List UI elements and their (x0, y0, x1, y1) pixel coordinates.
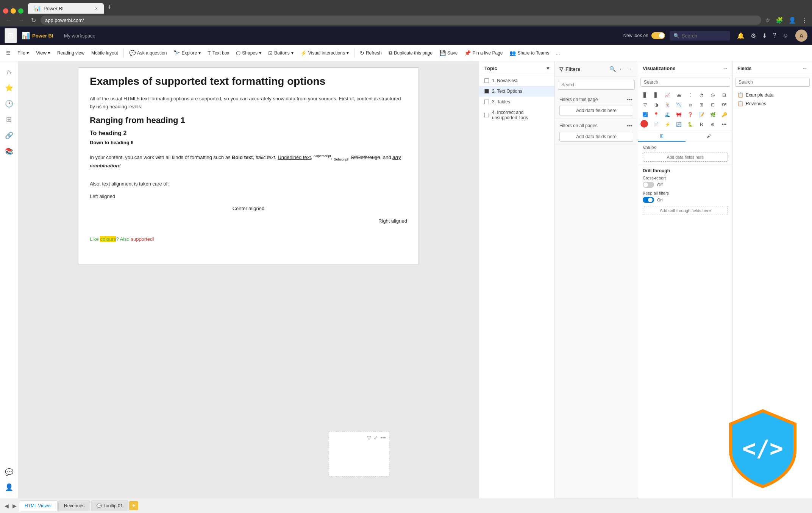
viz-table-btn[interactable]: ⊞ (697, 100, 706, 109)
filter-search-input[interactable] (558, 80, 635, 90)
viz-area-chart-btn[interactable]: ⛰ (675, 90, 684, 100)
sidebar-favorite-btn[interactable]: ⭐ (2, 80, 17, 95)
viz-r-btn[interactable]: R (697, 120, 706, 129)
share-teams-btn[interactable]: 👥 Share to Teams (506, 48, 552, 58)
topic-collapse-btn[interactable]: ▾ (547, 65, 549, 71)
viz-paginated-btn[interactable]: 📄 (652, 120, 661, 129)
explore-btn[interactable]: 🔭 Explore ▾ (170, 48, 204, 58)
viz-custom1-btn[interactable]: ⊕ (708, 120, 717, 129)
filters-search-btn[interactable]: 🔍 (609, 65, 617, 73)
filter-search-box[interactable] (558, 80, 635, 90)
save-btn[interactable]: 💾 Save (436, 48, 461, 58)
add-drill-fields-btn[interactable]: Add drill-through fields here (643, 206, 728, 215)
viz-expand-btn[interactable]: → (723, 65, 728, 71)
fields-item-1[interactable]: 📋 Revenues (733, 99, 812, 108)
sidebar-learn-btn[interactable]: 📚 (2, 144, 17, 159)
back-btn[interactable]: ← (3, 15, 14, 25)
filters-all-pages-more[interactable]: ••• (626, 122, 633, 129)
forward-btn[interactable]: → (16, 15, 27, 25)
more-visual-icon[interactable]: ••• (380, 435, 386, 441)
prev-page-btn[interactable]: ◀ (3, 501, 10, 510)
shapes-btn[interactable]: ⬡ Shapes ▾ (233, 48, 264, 58)
topic-item-2[interactable]: 2. Text Options (479, 86, 554, 97)
fields-expand-btn[interactable]: ← (802, 65, 807, 71)
viz-more-btn[interactable]: ••• (720, 120, 729, 129)
viz-tab-build[interactable]: ⊞ (638, 131, 686, 142)
viz-treemap-btn[interactable]: ⊟ (720, 90, 729, 100)
focus-visual-icon[interactable]: ⤢ (373, 435, 378, 441)
sidebar-recent-btn[interactable]: 🕐 (2, 96, 17, 111)
viz-donut-btn[interactable]: ◎ (708, 90, 717, 100)
tab-close-btn[interactable]: × (95, 6, 98, 11)
fields-item-0[interactable]: 📋 Example data (733, 90, 812, 99)
add-page-btn[interactable]: + (129, 501, 138, 510)
topic-item-4[interactable]: 4. Incorrect and unsupported Tags (479, 107, 554, 123)
keep-filters-toggle[interactable] (643, 197, 654, 203)
sidebar-shared-btn[interactable]: 🔗 (2, 128, 17, 143)
settings-btn[interactable]: ⚙ (748, 30, 758, 42)
viz-azure-map-btn[interactable]: 📍 (652, 110, 661, 119)
viz-qna-btn[interactable]: ❓ (686, 110, 695, 119)
notifications-btn[interactable]: 🔔 (735, 30, 747, 42)
viz-decomp-btn[interactable]: 🌿 (708, 110, 717, 119)
viz-filled-map-btn[interactable]: 🗾 (640, 110, 650, 119)
viz-python-btn[interactable]: 🐍 (686, 120, 695, 129)
filters-collapse-left[interactable]: ← (618, 65, 625, 73)
mobile-layout-btn[interactable]: Mobile layout (88, 48, 121, 58)
viz-card-btn[interactable]: 🃏 (663, 100, 672, 109)
sidebar-user-btn[interactable]: 👤 (2, 480, 17, 495)
sidebar-workspaces-btn[interactable]: 💬 (2, 465, 17, 480)
viz-matrix-btn[interactable]: ⊡ (708, 100, 717, 109)
new-look-switch[interactable] (651, 32, 665, 39)
cross-report-toggle[interactable] (643, 182, 654, 188)
settings-nav-btn[interactable]: ⋮ (800, 15, 809, 25)
sidebar-home-btn[interactable]: ⌂ (2, 64, 17, 80)
viz-search-box[interactable] (640, 78, 730, 87)
next-page-btn[interactable]: ▶ (11, 501, 18, 510)
address-bar[interactable] (41, 16, 761, 25)
viz-smart-narr-btn[interactable]: 📝 (697, 110, 706, 119)
viz-column-chart-btn[interactable]: ▋ (652, 90, 661, 100)
buttons-btn[interactable]: ⊡ Buttons ▾ (265, 48, 297, 58)
user-avatar[interactable]: A (795, 30, 807, 42)
fields-search-box[interactable] (735, 78, 810, 87)
help-btn[interactable]: ? (771, 30, 779, 42)
new-tab-btn[interactable]: + (104, 1, 116, 14)
fields-search-input[interactable] (735, 78, 810, 87)
filters-on-page-more[interactable]: ••• (626, 96, 633, 103)
duplicate-page-btn[interactable]: ⧉ Duplicate this page (386, 48, 436, 58)
top-search-input[interactable] (682, 33, 726, 39)
workspace-link[interactable]: My workspace (64, 33, 95, 39)
viz-pie-btn[interactable]: ◔ (697, 90, 706, 100)
viz-map-btn[interactable]: 🗺 (720, 100, 729, 109)
viz-power-apps-btn[interactable]: ⚡ (663, 120, 672, 129)
bookmark-btn[interactable]: ☆ (764, 15, 772, 25)
text-box-btn[interactable]: T Text box (205, 48, 232, 58)
viz-gauge-btn[interactable]: ◑ (652, 100, 661, 109)
add-data-fields-all-btn[interactable]: Add data fields here (559, 132, 633, 142)
sidebar-apps-btn[interactable]: ⊞ (2, 112, 17, 127)
viz-bar-chart-btn[interactable]: ▊ (640, 90, 650, 100)
viz-tab-format[interactable]: 🖌 (686, 131, 733, 142)
viz-key-influencer-btn[interactable]: 🔑 (720, 110, 729, 119)
ask-question-btn[interactable]: 💬 Ask a question (126, 48, 170, 58)
more-ribbon-btn[interactable]: ... (553, 48, 563, 58)
viz-slicer-btn[interactable]: ⧄ (686, 100, 695, 109)
waffle-menu-btn[interactable]: ⊞ (5, 28, 17, 43)
user-profile-nav-btn[interactable]: 👤 (787, 15, 798, 25)
hamburger-menu-btn[interactable]: ☰ (3, 48, 14, 58)
tab-html-viewer[interactable]: HTML Viewer (19, 501, 58, 511)
add-data-fields-page-btn[interactable]: Add data fields here (559, 106, 633, 115)
add-data-fields-viz-btn[interactable]: Add data fields here (643, 153, 728, 162)
tab-revenues[interactable]: Revenues (58, 501, 90, 511)
viz-line-chart-btn[interactable]: 📈 (663, 90, 672, 100)
viz-power-automate-btn[interactable]: 🔄 (675, 120, 684, 129)
viz-kpi-btn[interactable]: 📉 (675, 100, 684, 109)
download-btn[interactable]: ⬇ (760, 30, 769, 42)
filters-expand-right[interactable]: → (626, 65, 633, 73)
refresh-btn[interactable]: ↻ Refresh (357, 48, 385, 58)
extensions-btn[interactable]: 🧩 (774, 15, 785, 25)
viz-ribbon-btn[interactable]: 🎀 (675, 110, 684, 119)
filter-visual-icon[interactable]: ▽ (367, 435, 371, 441)
reading-view-btn[interactable]: Reading view (54, 48, 87, 58)
